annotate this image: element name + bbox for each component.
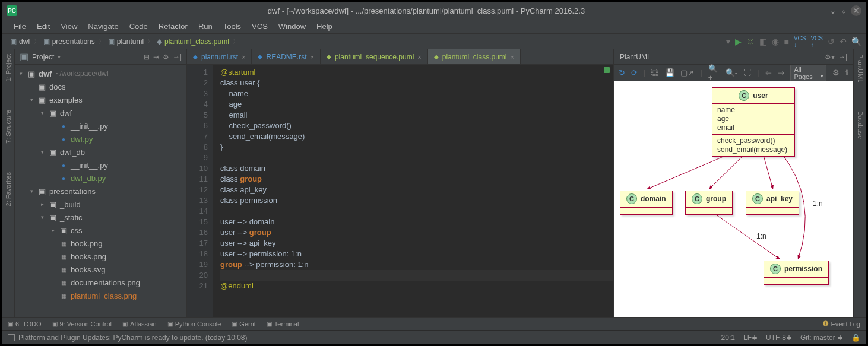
menu-code[interactable]: Code xyxy=(125,21,153,32)
auto-refresh-icon[interactable]: ⟳ xyxy=(631,68,638,77)
project-tree[interactable]: ▾▣dwf~/workspace/dwf▣docs▾▣examples▾▣dwf… xyxy=(15,65,186,317)
close-tab-icon[interactable]: × xyxy=(511,53,514,61)
close-tab-icon[interactable]: × xyxy=(417,53,421,61)
close-tab-icon[interactable]: × xyxy=(242,53,245,61)
debug-icon[interactable]: ⛭ xyxy=(746,37,755,46)
tool-tab-plantuml[interactable]: PlantUML xyxy=(857,52,864,85)
vcs-update-icon[interactable]: VCS↓ xyxy=(794,35,806,48)
run-icon[interactable]: ▶ xyxy=(735,37,742,46)
svg-line-2 xyxy=(762,151,773,189)
vcs-commit-icon[interactable]: VCS↑ xyxy=(810,35,823,48)
line-gutter[interactable]: 123456789101112131415161718192021 xyxy=(187,65,213,317)
tree-node-__init__.py[interactable]: ●__init__.py xyxy=(15,158,186,172)
zoom-out-icon[interactable]: 🔍- xyxy=(726,68,737,77)
menu-window[interactable]: Window xyxy=(274,21,311,32)
bottom-tool-todo[interactable]: ▣6: TODO xyxy=(8,320,42,328)
stop-icon[interactable]: ■ xyxy=(784,37,788,46)
next-page-icon[interactable]: ⇒ xyxy=(778,68,784,77)
file-encoding[interactable]: UTF-8≑ xyxy=(766,334,792,342)
tree-node-book.png[interactable]: ▦book.png xyxy=(15,237,186,250)
coverage-icon[interactable]: ◧ xyxy=(759,37,767,46)
gear-icon[interactable]: ⚙ xyxy=(163,53,169,61)
export-icon[interactable]: ▢↗ xyxy=(680,68,694,77)
revert-icon[interactable]: ↶ xyxy=(840,37,847,46)
tree-node-documentations.png[interactable]: ▦documentations.png xyxy=(15,276,186,289)
file-type-icon: ◆ xyxy=(434,53,439,60)
breadcrumb-presentations[interactable]: ▣presentations xyxy=(40,37,99,46)
menu-refactor[interactable]: Refactor xyxy=(154,21,192,32)
tree-node-dwf_db.py[interactable]: ●dwf_db.py xyxy=(15,172,186,185)
tree-node-dwf[interactable]: ▾▣dwf xyxy=(15,106,186,119)
close-icon[interactable]: ✕ xyxy=(851,5,861,16)
run-config-dropdown[interactable]: ▾ xyxy=(726,37,730,46)
bottom-tool-gerrit[interactable]: ▣Gerrit xyxy=(232,320,256,328)
tree-node-css[interactable]: ▸▣css xyxy=(15,224,186,237)
prev-page-icon[interactable]: ⇐ xyxy=(765,68,772,77)
menu-navigate[interactable]: Navigate xyxy=(83,21,123,32)
refresh-icon[interactable]: ↻ xyxy=(619,68,625,77)
tree-node-_build[interactable]: ▸▣_build xyxy=(15,198,186,211)
menu-run[interactable]: Run xyxy=(194,21,217,32)
tree-node-plantuml_class.png[interactable]: ▦plantuml_class.png xyxy=(15,289,186,302)
settings-icon[interactable]: ⚙ xyxy=(832,68,840,77)
editor-tab-plantuml.rst[interactable]: ◆plantuml.rst× xyxy=(187,49,252,64)
tool-tab-project[interactable]: 1: Project xyxy=(5,52,12,84)
tree-node-dwf[interactable]: ▾▣dwf~/workspace/dwf xyxy=(15,67,186,80)
lock-icon[interactable]: 🔒 xyxy=(851,334,860,342)
editor-tab-plantuml_sequence.puml[interactable]: ◆plantuml_sequence.puml× xyxy=(321,49,428,64)
collapse-icon[interactable]: ⊟ xyxy=(144,53,150,61)
copy-icon[interactable]: ⿻ xyxy=(651,68,659,77)
profile-icon[interactable]: ◉ xyxy=(772,37,779,46)
tree-node-books.png[interactable]: ▦books.png xyxy=(15,250,186,263)
tree-node-_static[interactable]: ▾▣_static xyxy=(15,211,186,224)
status-icon[interactable] xyxy=(8,334,15,341)
editor-tab-plantuml_class.puml[interactable]: ◆plantuml_class.puml× xyxy=(428,49,521,64)
save-icon[interactable]: 💾 xyxy=(665,68,674,77)
menu-edit[interactable]: Edit xyxy=(32,21,55,32)
history-icon[interactable]: ↺ xyxy=(828,37,835,46)
scroll-from-source-icon[interactable]: ⇥ xyxy=(153,53,159,61)
event-log-button[interactable]: ➊ Event Log xyxy=(823,320,860,328)
bottom-tool-versioncontrol[interactable]: ▣9: Version Control xyxy=(52,320,112,328)
project-view-dropdown[interactable]: ▾ xyxy=(58,53,61,60)
menu-tools[interactable]: Tools xyxy=(218,21,246,32)
gear-icon[interactable]: ⚙▾ xyxy=(825,53,835,61)
tool-tab-structure[interactable]: 7: Structure xyxy=(5,107,12,146)
bottom-tool-atlassian[interactable]: ▣Atlassian xyxy=(122,320,157,328)
tree-node-examples[interactable]: ▾▣examples xyxy=(15,93,186,106)
editor-tab-README.rst[interactable]: ◆README.rst× xyxy=(252,49,320,64)
menu-help[interactable]: Help xyxy=(312,21,337,32)
hide-icon[interactable]: →| xyxy=(173,53,182,61)
search-icon[interactable]: 🔍 xyxy=(851,37,861,46)
tool-tab-favorites[interactable]: 2: Favorites xyxy=(5,170,12,208)
zoom-in-icon[interactable]: 🔍+ xyxy=(708,64,720,82)
close-tab-icon[interactable]: × xyxy=(310,53,313,61)
pages-dropdown[interactable]: All Pages xyxy=(790,65,826,81)
about-icon[interactable]: ℹ xyxy=(845,68,848,77)
tree-node-presentations[interactable]: ▾▣presentations xyxy=(15,185,186,198)
tree-node-docs[interactable]: ▣docs xyxy=(15,80,186,93)
menu-file[interactable]: File xyxy=(9,21,31,32)
project-header-title[interactable]: Project xyxy=(32,53,54,61)
menu-vcs[interactable]: VCS xyxy=(247,21,273,32)
breadcrumb-plantuml[interactable]: ▣plantuml xyxy=(104,37,147,46)
tree-node-__init__.py[interactable]: ●__init__.py xyxy=(15,119,186,132)
bottom-tool-pythonconsole[interactable]: ▣Python Console xyxy=(167,320,221,328)
fit-icon[interactable]: ⛶ xyxy=(743,68,751,77)
maximize-icon[interactable]: ⬦ xyxy=(841,6,846,15)
git-branch[interactable]: Git: master ≑ xyxy=(800,334,843,342)
hide-icon[interactable]: →| xyxy=(838,53,847,61)
tree-node-dwf_db[interactable]: ▾▣dwf_db xyxy=(15,145,186,158)
tool-tab-database[interactable]: Database xyxy=(857,109,864,141)
breadcrumb-dwf[interactable]: ▣dwf xyxy=(7,37,34,46)
bottom-tool-terminal[interactable]: ▣Terminal xyxy=(267,320,299,328)
code-editor[interactable]: @startumlclass user { name age email che… xyxy=(213,65,613,317)
tree-node-dwf.py[interactable]: ●dwf.py xyxy=(15,132,186,145)
chevron-down-icon[interactable]: ⌄ xyxy=(829,6,837,15)
tree-node-books.svg[interactable]: ▦books.svg xyxy=(15,263,186,276)
cursor-position[interactable]: 20:1 xyxy=(721,334,735,342)
breadcrumb-plantuml_class.puml[interactable]: ◆plantuml_class.puml xyxy=(153,37,233,46)
menu-view[interactable]: View xyxy=(56,21,82,32)
line-separator[interactable]: LF≑ xyxy=(743,334,758,342)
plantuml-diagram[interactable]: 1:n 1:n Cuser nameageemail check_passwor… xyxy=(614,81,853,317)
